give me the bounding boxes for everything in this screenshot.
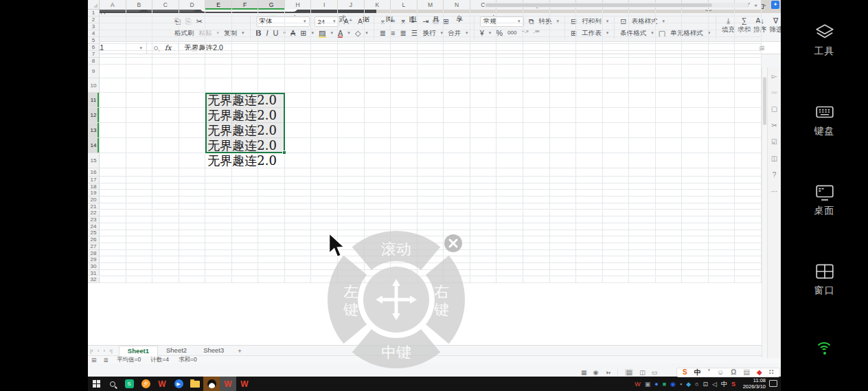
eye-icon[interactable]: ◉ bbox=[593, 369, 599, 376]
add-sheet-button[interactable]: + bbox=[232, 347, 247, 355]
tray-defender-icon[interactable]: ◆ bbox=[686, 381, 691, 388]
row-header-29[interactable]: 29 bbox=[88, 256, 100, 263]
row-header-19[interactable]: 19 bbox=[88, 190, 100, 197]
row-header-13[interactable]: 13 bbox=[88, 123, 100, 138]
vertical-scrollbar[interactable] bbox=[762, 67, 767, 358]
last-sheet-icon[interactable]: ›| bbox=[107, 348, 115, 354]
sidebar-item-窗口[interactable]: 窗口 bbox=[781, 262, 868, 297]
side-panel-icon[interactable]: ✦ bbox=[771, 1, 779, 9]
row-header-9[interactable]: 9 bbox=[88, 65, 100, 78]
first-sheet-icon[interactable]: |‹ bbox=[88, 348, 95, 354]
page-layout-view-icon[interactable]: ▭ bbox=[652, 369, 658, 376]
overlay-close-button[interactable] bbox=[444, 234, 462, 252]
grid-row[interactable]: 9 bbox=[88, 65, 762, 78]
page-break-view-icon[interactable]: ◫ bbox=[639, 369, 646, 376]
scroll-left-icon[interactable]: ◂ bbox=[752, 2, 759, 8]
grid-row[interactable]: 11 bbox=[88, 93, 762, 108]
clipboard-status-icon[interactable]: ≣ bbox=[100, 357, 113, 364]
row-header-16[interactable]: 16 bbox=[88, 168, 100, 177]
grid-row[interactable]: 19 bbox=[88, 190, 762, 197]
sidebar-item-键盘[interactable]: 键盘 bbox=[781, 103, 868, 137]
filter-button[interactable]: 筛选 bbox=[769, 25, 781, 34]
browser-app[interactable]: ▶ bbox=[170, 377, 187, 391]
prev-sheet-icon[interactable]: ‹ bbox=[95, 348, 102, 354]
more-icon[interactable]: ⋯ bbox=[771, 188, 778, 195]
sheet-tab-Sheet1[interactable]: Sheet1 bbox=[119, 346, 158, 356]
row-header-26[interactable]: 26 bbox=[88, 236, 100, 243]
tray-zoom-icon[interactable]: ○ bbox=[695, 381, 698, 388]
start-button[interactable] bbox=[88, 377, 104, 391]
select-cursor-icon[interactable]: ▻ bbox=[772, 73, 777, 80]
row-header-15[interactable]: 15 bbox=[88, 153, 100, 168]
row-header-32[interactable]: 32 bbox=[88, 277, 100, 284]
row-header-18[interactable]: 18 bbox=[88, 183, 100, 190]
grid-row[interactable]: 13 bbox=[88, 123, 762, 138]
grid-row[interactable]: 14 bbox=[88, 138, 762, 153]
grid-row[interactable]: 10 bbox=[88, 78, 762, 93]
fill-handle[interactable] bbox=[282, 150, 286, 155]
tray-compass-icon[interactable]: ◉ bbox=[670, 381, 676, 388]
keyboard-icon[interactable]: ▤ bbox=[743, 368, 749, 377]
adjust-icon[interactable]: ≔ bbox=[771, 89, 778, 96]
apostrophe-icon[interactable]: ’ bbox=[708, 368, 710, 377]
row-header-12[interactable]: 12 bbox=[88, 108, 100, 123]
row-header-11[interactable]: 11 bbox=[88, 93, 100, 108]
todo-icon[interactable]: ☑ bbox=[771, 139, 777, 146]
scroll-right-icon[interactable]: ▸ bbox=[762, 2, 768, 8]
qq-app[interactable] bbox=[203, 377, 220, 391]
tray-sogou-icon[interactable]: S bbox=[731, 381, 735, 388]
row-header-17[interactable]: 17 bbox=[88, 177, 100, 183]
row-header-10[interactable]: 10 bbox=[88, 78, 100, 93]
search[interactable] bbox=[104, 377, 121, 391]
orange-app[interactable]: 夕 bbox=[137, 377, 154, 391]
taskbar-clock[interactable]: 11:08 2026/3/10 bbox=[743, 377, 766, 390]
voice-icon[interactable]: Ω bbox=[731, 368, 736, 377]
wps-window[interactable]: W bbox=[220, 377, 236, 391]
eye-protect-icon[interactable]: ◑▾ bbox=[604, 369, 610, 376]
security-app[interactable]: S bbox=[121, 377, 137, 391]
input-lang-icon[interactable]: 中 bbox=[721, 381, 727, 388]
sheet-tab-Sheet2[interactable]: Sheet2 bbox=[158, 346, 195, 356]
row-header-30[interactable]: 30 bbox=[88, 263, 100, 270]
tray-green-app-icon[interactable]: ■ bbox=[663, 381, 666, 388]
normal-view-icon[interactable]: ▤ bbox=[625, 369, 634, 376]
tray-volume-icon[interactable]: ◁ bbox=[712, 381, 717, 388]
row-header-20[interactable]: 20 bbox=[88, 197, 100, 203]
input-zh-icon[interactable]: 中 bbox=[694, 368, 701, 377]
sogou-s-icon[interactable]: S bbox=[683, 368, 687, 377]
sidebar-item-桌面[interactable]: 桌面 bbox=[781, 183, 868, 217]
row-header-28[interactable]: 28 bbox=[88, 250, 100, 257]
action-center-icon[interactable] bbox=[769, 380, 777, 387]
row-header-21[interactable]: 21 bbox=[88, 203, 100, 210]
table-preview-icon[interactable]: ▦ bbox=[581, 369, 587, 376]
row-header-31[interactable]: 31 bbox=[88, 270, 100, 277]
row-header-24[interactable]: 24 bbox=[88, 223, 100, 230]
grid-row[interactable]: 16 bbox=[88, 168, 762, 177]
row-header-8[interactable]: 8 bbox=[88, 58, 100, 65]
cell-E15[interactable]: 无界趣连2.0 bbox=[205, 153, 277, 168]
row-header-23[interactable]: 23 bbox=[88, 216, 100, 223]
grid-row[interactable]: 12 bbox=[88, 108, 762, 123]
grid-row[interactable]: 20 bbox=[88, 197, 762, 203]
cut-tool-icon[interactable]: ✂ bbox=[771, 122, 777, 129]
grid-row[interactable]: 8 bbox=[88, 58, 762, 65]
next-sheet-icon[interactable]: › bbox=[101, 348, 107, 354]
tray-wps-icon[interactable]: W bbox=[635, 381, 641, 388]
grid-row[interactable]: 18 bbox=[88, 183, 762, 190]
ime-toolbar[interactable]: S中’☺Ω▤◆∷ bbox=[676, 368, 780, 377]
help-icon[interactable]: ? bbox=[773, 172, 777, 179]
horizontal-scrollbar[interactable] bbox=[484, 3, 749, 8]
shop-icon[interactable]: ◆ bbox=[757, 368, 762, 377]
grid-row[interactable]: 17 bbox=[88, 177, 762, 183]
row-header-27[interactable]: 27 bbox=[88, 243, 100, 250]
tray-chip-icon[interactable]: ▪ bbox=[680, 381, 682, 388]
row-header-25[interactable]: 25 bbox=[88, 230, 100, 237]
sidebar-item-工具[interactable]: 工具 bbox=[781, 23, 868, 58]
file-explorer[interactable] bbox=[187, 377, 203, 391]
read-mode-icon[interactable]: ◫ bbox=[771, 155, 777, 162]
tray-image-icon[interactable]: ▣ bbox=[645, 381, 651, 388]
wps-window2[interactable]: W bbox=[236, 377, 253, 391]
sheet-tab-Sheet3[interactable]: Sheet3 bbox=[195, 346, 232, 356]
tray-display-icon[interactable]: ⊡ bbox=[703, 381, 709, 388]
row-header-22[interactable]: 22 bbox=[88, 210, 100, 217]
